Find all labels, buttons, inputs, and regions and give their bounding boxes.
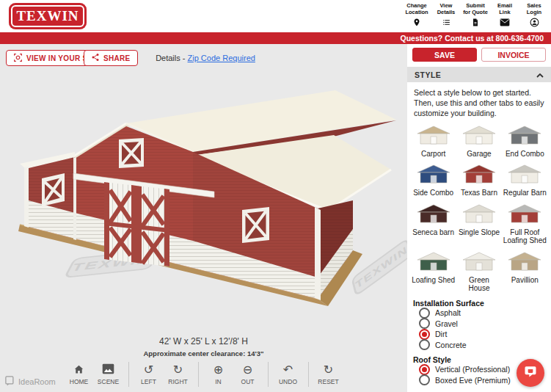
- style-option-garage[interactable]: Garage: [457, 124, 500, 159]
- home-button[interactable]: HOME: [65, 363, 94, 385]
- style-option-loafing-shed[interactable]: Loafing Shed: [412, 250, 455, 293]
- undo-button[interactable]: ↶UNDO: [274, 363, 303, 385]
- contact-banner: Questions? Contact us at 800-636-4700: [0, 32, 551, 44]
- toolbar-label: OUT: [241, 378, 255, 385]
- style-option-end-combo[interactable]: End Combo: [503, 124, 547, 159]
- nav-sales-login[interactable]: Sales Login: [522, 2, 547, 27]
- radio-selected-icon[interactable]: [419, 364, 430, 375]
- nav-label: Change Location: [405, 2, 428, 16]
- style-option-single-slope[interactable]: Single Slope: [457, 203, 500, 245]
- radio-icon[interactable]: [419, 308, 430, 319]
- building-dimensions: 42' W x 25' L x 12'/8' H Approximate cen…: [0, 336, 407, 357]
- rotate-right-icon: ↻: [173, 363, 183, 377]
- chat-button[interactable]: [517, 359, 544, 387]
- style-thumbnail: [508, 250, 541, 275]
- toolbar-divider: [308, 362, 309, 387]
- toolbar-label: RESET: [318, 378, 338, 385]
- nav-label: Submit for Quote: [463, 2, 488, 16]
- style-option-texas-barn[interactable]: Texas Barn: [457, 163, 500, 197]
- config-sidebar: SAVE INVOICE STYLE Select a style below …: [407, 44, 551, 392]
- clearance-text: Approximate center clearance: 14'3": [0, 349, 407, 357]
- ar-icon: [13, 53, 23, 64]
- radio-icon[interactable]: [419, 318, 430, 329]
- header: TEXWIN Change LocationView DetailsSubmit…: [0, 0, 551, 32]
- style-accordion-header[interactable]: STYLE: [407, 67, 551, 82]
- logo-text: TEXWIN: [16, 8, 79, 24]
- zip-code-required-link[interactable]: Zip Code Required: [188, 54, 255, 62]
- builder-canvas[interactable]: TEXWIN TEXWIN: [0, 44, 407, 392]
- save-button[interactable]: SAVE: [412, 48, 477, 62]
- style-thumbnail: [417, 203, 450, 227]
- header-nav: Change LocationView DetailsSubmit for Qu…: [404, 2, 547, 27]
- radio-gravel[interactable]: Gravel: [419, 319, 551, 328]
- rotate-left-button[interactable]: ↺LEFT: [134, 363, 164, 385]
- nav-label: Email Link: [497, 2, 512, 16]
- style-thumbnail: [462, 163, 496, 187]
- toolbar-label: IN: [215, 378, 222, 385]
- toolbar-divider: [268, 362, 269, 387]
- zoom-out-button[interactable]: ⊖OUT: [233, 363, 263, 385]
- style-label: Seneca barn: [412, 228, 454, 237]
- idearoom-label: IdeaRoom: [18, 377, 56, 386]
- chat-bubble-icon: [523, 364, 538, 382]
- nav-change-location[interactable]: Change Location: [404, 2, 429, 27]
- nav-label: View Details: [437, 2, 456, 16]
- style-option-seneca-barn[interactable]: Seneca barn: [412, 203, 455, 245]
- list-icon: [442, 17, 451, 27]
- reset-button[interactable]: ↻RESET: [314, 363, 343, 385]
- nav-submit-for-quote[interactable]: Submit for Quote: [463, 2, 488, 27]
- radio-label: Dirt: [435, 330, 447, 338]
- radio-icon[interactable]: [419, 339, 430, 350]
- barn-sliding-doors: [104, 182, 169, 266]
- share-icon: [91, 53, 100, 63]
- style-intro-text: Select a style below to get started. The…: [414, 87, 544, 119]
- style-option-regular-barn[interactable]: Regular Barn: [503, 163, 547, 197]
- style-thumbnail: [508, 124, 541, 148]
- idearoom-branding[interactable]: IdeaRoom: [4, 375, 56, 388]
- style-option-pavillion[interactable]: Pavillion: [503, 250, 547, 293]
- style-thumbnail: [508, 163, 541, 187]
- zoom-in-button[interactable]: ⊕IN: [204, 363, 233, 385]
- style-label: Loafing Shed: [412, 276, 455, 285]
- toolbar-label: SCENE: [98, 378, 119, 385]
- style-label: Carport: [421, 150, 445, 159]
- style-thumbnail: [508, 203, 541, 227]
- reset-icon: ↻: [324, 363, 333, 377]
- radio-asphalt[interactable]: Asphalt: [419, 309, 551, 318]
- style-label: Pavillion: [511, 276, 539, 285]
- radio-dirt[interactable]: Dirt: [419, 330, 551, 339]
- rotate-right-button[interactable]: ↻RIGHT: [164, 363, 193, 385]
- toolbar-divider: [128, 362, 129, 387]
- toolbar-divider: [198, 362, 199, 387]
- radio-selected-icon[interactable]: [419, 329, 430, 340]
- style-label: Texas Barn: [461, 189, 497, 197]
- scene-button[interactable]: SCENE: [94, 363, 123, 385]
- style-option-carport[interactable]: Carport: [412, 124, 455, 159]
- style-label: Full Roof Loafing Shed: [503, 228, 547, 245]
- toolbar-label: HOME: [70, 378, 89, 385]
- ground-watermark-right: TEXWIN: [352, 239, 407, 295]
- nav-view-details[interactable]: View Details: [434, 2, 459, 27]
- envelope-icon: [500, 17, 510, 27]
- radio-label: Vertical (Professional): [435, 365, 510, 374]
- invoice-button[interactable]: INVOICE: [481, 48, 546, 62]
- radio-icon[interactable]: [419, 374, 430, 385]
- toolbar-label: RIGHT: [168, 378, 187, 385]
- toolbar-label: LEFT: [141, 378, 156, 385]
- nav-label: Sales Login: [527, 2, 541, 16]
- style-option-side-combo[interactable]: Side Combo: [412, 163, 455, 197]
- nav-email-link[interactable]: Email Link: [492, 2, 517, 27]
- undo-icon: ↶: [283, 363, 293, 377]
- radio-label: Asphalt: [435, 308, 461, 317]
- style-option-full-roof-loafing-shed[interactable]: Full Roof Loafing Shed: [503, 203, 547, 245]
- style-header-label: STYLE: [415, 70, 441, 79]
- home-icon: [73, 363, 85, 377]
- style-label: End Combo: [506, 150, 544, 159]
- barn-window-gable: [119, 138, 144, 168]
- radio-concrete[interactable]: Concrete: [419, 341, 551, 349]
- person-icon: [530, 17, 539, 27]
- rotate-left-icon: ↺: [144, 363, 153, 377]
- texwin-logo[interactable]: TEXWIN: [9, 3, 87, 29]
- style-option-green-house[interactable]: Green House: [457, 250, 500, 293]
- scene-icon: [102, 363, 114, 377]
